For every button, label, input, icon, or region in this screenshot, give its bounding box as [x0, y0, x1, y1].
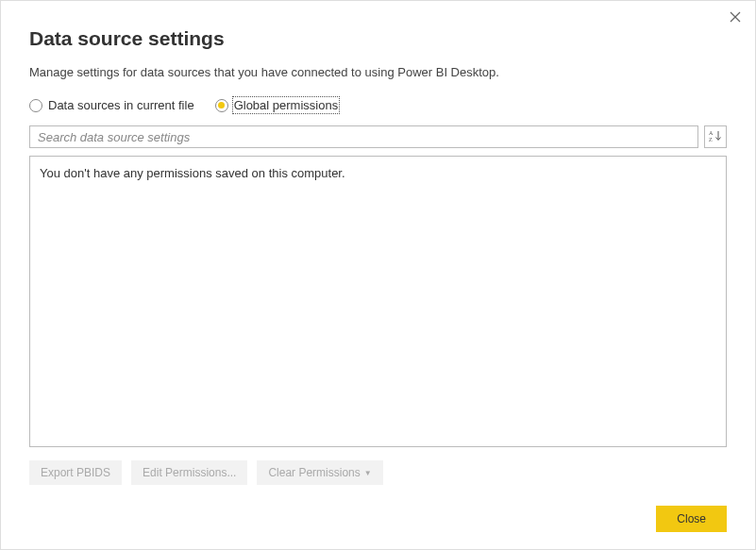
sort-az-icon: A Z	[709, 129, 722, 144]
edit-permissions-button[interactable]: Edit Permissions...	[131, 460, 247, 485]
close-button-label: Close	[677, 512, 706, 525]
export-pbids-button[interactable]: Export PBIDS	[29, 460, 122, 485]
dialog-title: Data source settings	[29, 27, 727, 50]
clear-permissions-button[interactable]: Clear Permissions ▼	[257, 460, 382, 485]
chevron-down-icon: ▼	[364, 469, 372, 477]
clear-permissions-label: Clear Permissions	[268, 466, 360, 479]
edit-permissions-label: Edit Permissions...	[143, 466, 236, 479]
empty-state-message: You don't have any permissions saved on …	[40, 166, 716, 180]
action-button-row: Export PBIDS Edit Permissions... Clear P…	[29, 460, 727, 485]
search-row: A Z	[29, 125, 727, 148]
radio-global-permissions[interactable]: Global permissions	[215, 98, 339, 112]
dialog-subtitle: Manage settings for data sources that yo…	[29, 65, 727, 79]
svg-text:A: A	[709, 130, 714, 136]
footer-row: Close	[29, 506, 727, 532]
sort-button[interactable]: A Z	[704, 125, 727, 148]
export-pbids-label: Export PBIDS	[41, 466, 110, 479]
scope-radio-group: Data sources in current file Global perm…	[29, 98, 727, 112]
close-icon[interactable]	[727, 8, 744, 25]
radio-current-file[interactable]: Data sources in current file	[29, 98, 194, 112]
radio-global-permissions-label: Global permissions	[234, 98, 339, 112]
search-input[interactable]	[29, 125, 698, 148]
radio-current-file-label: Data sources in current file	[48, 98, 194, 112]
radio-icon	[29, 99, 42, 112]
radio-icon	[215, 99, 228, 112]
close-button[interactable]: Close	[656, 506, 727, 532]
data-source-list: You don't have any permissions saved on …	[29, 156, 727, 447]
svg-text:Z: Z	[709, 137, 713, 142]
data-source-settings-dialog: Data source settings Manage settings for…	[1, 1, 755, 549]
